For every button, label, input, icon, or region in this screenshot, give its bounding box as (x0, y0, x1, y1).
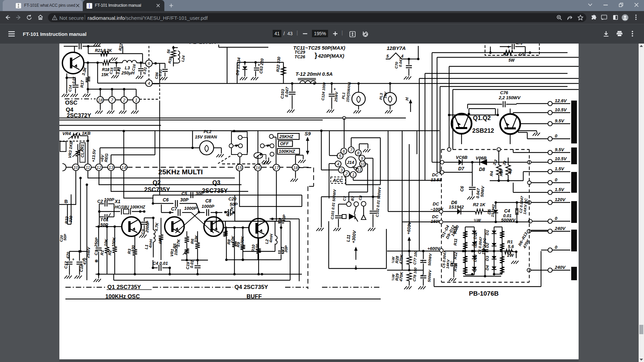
svg-text:10KB: 10KB (173, 245, 179, 255)
svg-text:S9: S9 (305, 131, 311, 136)
svg-text:R3: R3 (503, 51, 509, 56)
svg-text:240V: 240V (554, 265, 566, 270)
svg-text:ACC: ACC (332, 178, 343, 183)
svg-text:HC/18U 100KHZ: HC/18U 100KHZ (115, 205, 145, 209)
svg-text:J14: J14 (347, 160, 354, 165)
svg-text:4mH: 4mH (148, 239, 153, 248)
svg-text:0: 0 (555, 245, 557, 250)
svg-text:C77 100: C77 100 (413, 250, 418, 265)
svg-text:+: + (333, 86, 336, 92)
svg-text:C7: C7 (171, 206, 177, 212)
svg-text:100K: 100K (239, 236, 245, 246)
svg-text:C8: C8 (205, 198, 211, 203)
svg-text:0.01: 0.01 (189, 260, 195, 268)
svg-text:+600V: +600V (406, 221, 412, 235)
svg-text:18: 18 (293, 165, 298, 170)
svg-text:V06B: V06B (476, 156, 487, 161)
svg-text:PL2: PL2 (204, 129, 212, 134)
svg-text:30P: 30P (196, 191, 203, 196)
svg-text:+: + (258, 62, 260, 67)
svg-text:D1: D1 (485, 230, 490, 235)
svg-text:3.3: 3.3 (492, 159, 498, 166)
svg-text:2SC735Y: 2SC735Y (202, 187, 228, 194)
svg-text:OSC: OSC (65, 100, 77, 106)
svg-text:240V: 240V (554, 226, 566, 231)
svg-text:7: 7 (111, 98, 113, 103)
svg-text:56: 56 (166, 49, 171, 54)
svg-text:15K: 15K (101, 72, 109, 77)
svg-text:1: 1 (352, 172, 354, 177)
svg-text:C20: C20 (228, 196, 237, 201)
svg-text:PL3: PL3 (379, 93, 383, 100)
svg-text:C102 0.01 500WV: C102 0.01 500WV (375, 186, 382, 217)
svg-text:BUFF: BUFF (247, 293, 262, 300)
svg-text:4.7K: 4.7K (154, 222, 159, 232)
svg-text:5: 5 (386, 54, 389, 59)
svg-text:VR4: VR4 (62, 131, 71, 136)
svg-text:PL1: PL1 (341, 92, 346, 99)
svg-text:TC26: TC26 (294, 54, 306, 59)
svg-text:Q4 2SC735Y: Q4 2SC735Y (234, 284, 268, 290)
svg-text:13: 13 (109, 165, 114, 170)
svg-text:PB-1073A: PB-1073A (189, 44, 216, 45)
svg-text:H: H (405, 97, 410, 101)
svg-text:L11: L11 (345, 235, 351, 242)
svg-text:1000P: 1000P (202, 204, 214, 209)
svg-text:9.5V: 9.5V (555, 118, 565, 123)
svg-text:17: 17 (274, 165, 279, 170)
svg-text:C101 0.01 500WV: C101 0.01 500WV (330, 189, 337, 220)
svg-text:C6: C6 (163, 197, 169, 202)
svg-text:33K: 33K (194, 235, 199, 243)
svg-text:L24: L24 (180, 55, 185, 62)
svg-text:470K: 470K (398, 254, 404, 264)
svg-text:6: 6 (342, 149, 345, 154)
svg-text:R22 330: R22 330 (275, 57, 281, 72)
svg-text:220: 220 (518, 51, 526, 56)
svg-text:C1: C1 (94, 250, 99, 255)
svg-text:16: 16 (256, 165, 261, 170)
svg-text:D4: D4 (485, 265, 490, 270)
svg-text:120V: 120V (555, 197, 566, 202)
svg-text:0.01: 0.01 (158, 69, 163, 76)
svg-text:D10: D10 (473, 254, 478, 262)
svg-text:5W: 5W (508, 58, 515, 63)
svg-text:8: 8 (357, 150, 360, 156)
svg-text:1000P: 1000P (184, 206, 197, 211)
svg-text:2,2 150WV: 2,2 150WV (498, 95, 521, 100)
svg-text:2SC372Y: 2SC372Y (67, 112, 91, 119)
svg-text:1.5V: 1.5V (555, 187, 565, 192)
svg-text:50P: 50P (63, 234, 67, 241)
svg-text:18: 18 (98, 98, 103, 103)
svg-text:100P: 100P (104, 197, 114, 202)
svg-text:VR3 1KB: VR3 1KB (67, 141, 73, 158)
svg-text:T-12 20mH 0.5A: T-12 20mH 0.5A (296, 71, 333, 77)
svg-text:Q3: Q3 (212, 179, 220, 186)
svg-text:100K: 100K (111, 237, 117, 247)
svg-text:C78 100: C78 100 (412, 267, 418, 282)
svg-text:+: + (82, 257, 84, 262)
svg-text:0: 0 (555, 177, 557, 182)
svg-text:4: 4 (337, 162, 339, 167)
svg-text:R4: R4 (489, 171, 494, 176)
svg-text:12.6V: 12.6V (555, 98, 567, 103)
svg-text:+600V: +600V (427, 246, 440, 251)
svg-text:VC6B: VC6B (456, 155, 468, 160)
svg-text:B: B (64, 199, 68, 204)
svg-text:0: 0 (555, 216, 557, 221)
svg-text:25KHz MULTI: 25KHz MULTI (158, 168, 203, 176)
svg-text:15V SWAN: 15V SWAN (195, 134, 217, 139)
svg-text:Q2: Q2 (153, 179, 161, 186)
svg-text:250μH: 250μH (121, 70, 135, 75)
svg-text:50P: 50P (230, 202, 237, 207)
svg-text:0: 0 (555, 133, 557, 138)
svg-text:470K: 470K (398, 271, 404, 282)
svg-text:0.047: 0.047 (398, 57, 403, 67)
svg-text:0.01: 0.01 (142, 67, 148, 74)
svg-text:L3: L3 (125, 65, 130, 70)
svg-text:9.5V: 9.5V (555, 147, 565, 152)
svg-text:C6: C6 (459, 186, 465, 192)
svg-text:D11: D11 (473, 240, 478, 248)
svg-text:10: 10 (360, 162, 365, 167)
svg-text:C5: C5 (181, 191, 187, 196)
svg-text:D7: D7 (458, 166, 465, 171)
